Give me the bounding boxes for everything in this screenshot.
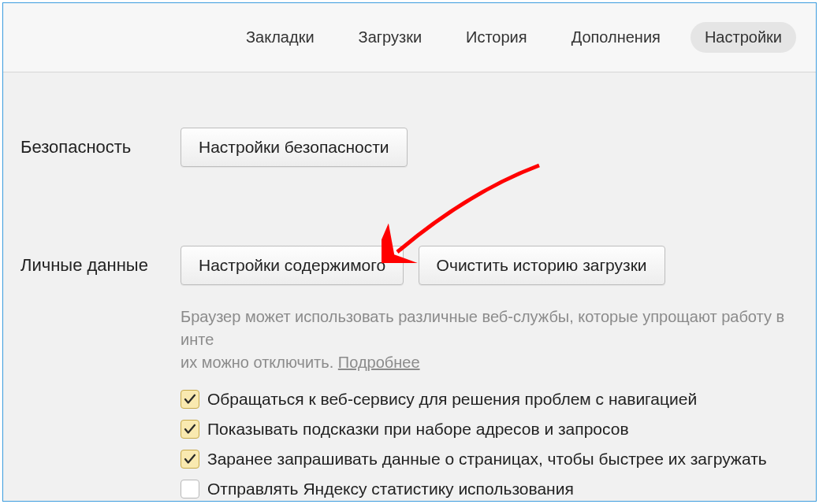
checkbox-send-stats[interactable]: [181, 480, 199, 498]
check-send-stats: Отправлять Яндексу статистику использова…: [181, 480, 816, 498]
tab-downloads[interactable]: Загрузки: [344, 22, 437, 53]
check-suggestions-label: Показывать подсказки при наборе адресов …: [207, 420, 629, 439]
desc-text-2: их можно отключить.: [181, 354, 338, 371]
desc-text-1: Браузер может использовать различные веб…: [181, 308, 784, 348]
settings-content: Безопасность Настройки безопасности Личн…: [3, 72, 816, 501]
check-prefetch-label: Заранее запрашивать данные о страницах, …: [207, 450, 767, 469]
check-icon: [183, 452, 197, 466]
section-personal: Личные данные Настройки содержимого Очис…: [3, 246, 816, 502]
security-settings-button[interactable]: Настройки безопасности: [181, 128, 408, 167]
check-prefetch: Заранее запрашивать данные о страницах, …: [181, 450, 816, 469]
clear-history-button[interactable]: Очистить историю загрузки: [419, 246, 665, 285]
tab-addons[interactable]: Дополнения: [557, 22, 675, 53]
section-security: Безопасность Настройки безопасности: [3, 128, 816, 167]
check-icon: [183, 392, 197, 406]
checkbox-suggestions[interactable]: [181, 420, 199, 439]
section-security-title: Безопасность: [3, 128, 181, 158]
checkbox-list: Обращаться к веб-сервису для решения про…: [181, 390, 816, 498]
tab-history[interactable]: История: [452, 22, 542, 53]
section-personal-title: Личные данные: [3, 246, 181, 276]
checkbox-nav-service[interactable]: [181, 390, 199, 409]
check-nav-service-label: Обращаться к веб-сервису для решения про…: [207, 390, 697, 409]
top-tabs: Закладки Загрузки История Дополнения Нас…: [3, 3, 816, 72]
tab-bookmarks[interactable]: Закладки: [232, 22, 329, 53]
check-send-stats-label: Отправлять Яндексу статистику использова…: [207, 480, 574, 498]
tab-security[interactable]: Безопас: [812, 22, 817, 53]
checkbox-prefetch[interactable]: [181, 450, 199, 469]
check-suggestions: Показывать подсказки при наборе адресов …: [181, 420, 816, 439]
personal-description: Браузер может использовать различные веб…: [181, 306, 816, 374]
content-settings-button[interactable]: Настройки содержимого: [181, 246, 404, 285]
tab-settings[interactable]: Настройки: [691, 22, 796, 53]
more-link[interactable]: Подробнее: [338, 354, 420, 371]
check-icon: [183, 422, 197, 436]
check-nav-service: Обращаться к веб-сервису для решения про…: [181, 390, 816, 409]
